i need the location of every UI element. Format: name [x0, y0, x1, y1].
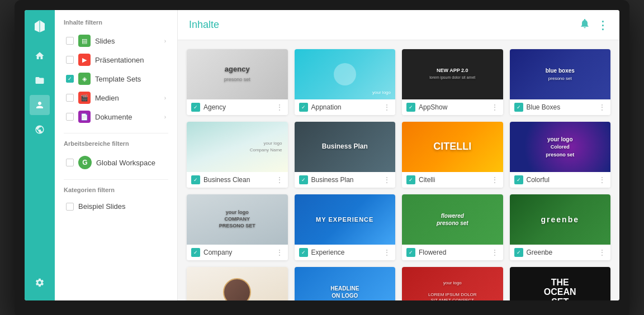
card-check-agency: ✓	[191, 103, 200, 112]
filter-item-dokumente[interactable]: 📄 Dokumente ›	[64, 107, 168, 126]
sidebar-nav	[30, 46, 50, 273]
sidebar-item-files[interactable]	[30, 70, 50, 90]
card-appshow[interactable]: NEW APP 2.0lorem ipsum dolor sit amet ✓ …	[402, 49, 503, 115]
card-naturally[interactable]: HEADLINEON LOGO ✓ Naturally ⋮	[295, 267, 396, 300]
card-businessplan[interactable]: Business Plan ✓ Business Plan ⋮	[295, 122, 396, 188]
thumb-nio: your logoLOREM IPSUM DOLORSIT AMET CONSE…	[402, 267, 503, 300]
card-greenbe[interactable]: greenbe ✓ Greenbe ⋮	[510, 194, 611, 260]
card-check-greenbe: ✓	[514, 248, 523, 257]
filter-icon-slides: ▤	[78, 35, 91, 47]
card-blueboxes[interactable]: blue boxespresono set ✓ Blue Boxes ⋮	[510, 49, 611, 115]
card-more-greenbe[interactable]: ⋮	[598, 248, 606, 257]
filter-checkbox-beispiel[interactable]	[66, 203, 74, 211]
card-more-experience[interactable]: ⋮	[383, 248, 391, 257]
card-footer-experience: ✓ Experience ⋮	[295, 245, 396, 260]
card-more-citelli[interactable]: ⋮	[491, 175, 499, 184]
card-name-flowered: Flowered	[419, 249, 491, 256]
card-more-appnation[interactable]: ⋮	[383, 103, 391, 112]
card-appnation[interactable]: your logo ✓ Appnation ⋮	[295, 49, 396, 115]
card-more-businessplan[interactable]: ⋮	[383, 175, 391, 184]
grid-container: agencypresono set ✓ Agency ⋮	[178, 40, 619, 300]
card-more-appshow[interactable]: ⋮	[491, 103, 499, 112]
sidebar-item-globe[interactable]	[30, 120, 50, 140]
card-check-businessclean: ✓	[191, 175, 200, 184]
card-check-experience: ✓	[299, 248, 308, 257]
card-check-appnation: ✓	[299, 103, 308, 112]
filter-checkbox-slides[interactable]	[66, 37, 74, 45]
filter-item-workspace[interactable]: G Global Workspace	[64, 152, 168, 173]
card-more-agency[interactable]: ⋮	[276, 103, 283, 112]
arbeits-filter-label: Arbeitsbereiche filtern	[64, 140, 168, 147]
card-check-flowered: ✓	[406, 248, 415, 257]
sidebar-bottom	[30, 273, 50, 293]
card-name-businessclean: Business Clean	[203, 176, 276, 184]
sidebar-item-home[interactable]	[30, 46, 50, 66]
card-name-greenbe: Greenbe	[527, 249, 599, 256]
card-footer-agency: ✓ Agency ⋮	[187, 99, 288, 115]
filter-item-template[interactable]: ✓ ◈ Template Sets	[64, 69, 168, 88]
filter-checkbox-dokumente[interactable]	[66, 113, 74, 121]
thumb-experience: MY EXPERIENCE	[295, 194, 396, 245]
card-businessclean[interactable]: your logoCompany Name ✓ Business Clean ⋮	[187, 122, 288, 188]
filter-checkbox-medien[interactable]	[66, 94, 74, 102]
card-company[interactable]: your logoCOMPANYPRESONO SET ✓ Company ⋮	[187, 194, 288, 260]
thumb-colorful: your logoColoredpresono set	[510, 122, 611, 172]
ocean-text: THEOCEANSET	[544, 278, 576, 300]
filter-divider-1	[64, 133, 168, 133]
card-footer-appshow: ✓ AppShow ⋮	[402, 99, 503, 115]
filter-label-medien: Medien	[95, 94, 164, 102]
filter-checkbox-prasentationen[interactable]	[66, 56, 74, 64]
card-check-company: ✓	[191, 248, 200, 257]
filter-panel: Inhalte filtern ▤ Slides › ▶ Präsentatio…	[55, 10, 178, 300]
thumb-naturally: HEADLINEON LOGO	[295, 267, 396, 300]
card-flowered[interactable]: floweredpresono set ✓ Flowered ⋮	[402, 194, 503, 260]
filter-checkbox-template[interactable]: ✓	[66, 75, 74, 83]
more-icon[interactable]: ⋮	[597, 18, 608, 32]
filter-label-template: Template Sets	[95, 75, 166, 83]
content-grid: agencypresono set ✓ Agency ⋮	[187, 49, 610, 300]
card-citelli[interactable]: CITELLI ✓ Citelli ⋮	[402, 122, 503, 188]
card-more-flowered[interactable]: ⋮	[491, 248, 499, 257]
filter-label-dokumente: Dokumente	[95, 113, 164, 121]
chevron-medien-icon: ›	[164, 95, 166, 101]
card-more-company[interactable]: ⋮	[276, 248, 283, 257]
sidebar-item-settings[interactable]	[30, 273, 50, 293]
filter-item-slides[interactable]: ▤ Slides ›	[64, 31, 168, 50]
filter-label-slides: Slides	[95, 37, 164, 45]
card-check-citelli: ✓	[406, 175, 415, 184]
card-more-blueboxes[interactable]: ⋮	[598, 103, 606, 112]
filter-item-medien[interactable]: 🎬 Medien ›	[64, 88, 168, 107]
main-content: Inhalte ⋮ agencypresono set	[178, 10, 619, 300]
card-name-experience: Experience	[311, 249, 383, 256]
card-name-appshow: AppShow	[419, 103, 491, 111]
screen: Inhalte filtern ▤ Slides › ▶ Präsentatio…	[25, 10, 619, 300]
thumb-greenbe: greenbe	[510, 194, 611, 245]
card-name-blueboxes: Blue Boxes	[527, 103, 599, 111]
card-name-company: Company	[203, 249, 276, 256]
chevron-slides-icon: ›	[164, 38, 166, 44]
filter-item-prasentationen[interactable]: ▶ Präsentationen	[64, 50, 168, 69]
card-more-colorful[interactable]: ⋮	[598, 175, 606, 184]
page-title: Inhalte	[189, 19, 219, 31]
filter-checkbox-workspace[interactable]	[66, 159, 74, 166]
filter-item-beispiel[interactable]: Beispiel Slides	[64, 199, 168, 214]
card-nio[interactable]: your logoLOREM IPSUM DOLORSIT AMET CONSE…	[402, 267, 503, 300]
thumb-businessplan: Business Plan	[295, 122, 396, 172]
card-name-businessplan: Business Plan	[311, 176, 383, 184]
card-experience[interactable]: MY EXPERIENCE ✓ Experience ⋮	[295, 194, 396, 260]
card-agency[interactable]: agencypresono set ✓ Agency ⋮	[187, 49, 288, 115]
sidebar-item-users[interactable]	[30, 95, 50, 115]
filter-icon-media: 🎬	[78, 92, 91, 104]
workspace-icon: G	[78, 156, 92, 169]
filter-icon-pres: ▶	[78, 54, 91, 66]
card-katu[interactable]: ✓ Katu ⋮	[187, 267, 288, 300]
card-colorful[interactable]: your logoColoredpresono set ✓ Colorful ⋮	[510, 122, 611, 188]
filter-divider-2	[64, 179, 168, 180]
card-ocean[interactable]: THEOCEANSET ✓ Ocean ⋮	[510, 267, 611, 300]
bell-icon[interactable]	[579, 18, 590, 32]
thumb-businessclean: your logoCompany Name	[187, 122, 288, 172]
filter-icon-template: ◈	[78, 73, 91, 85]
card-more-businessclean[interactable]: ⋮	[276, 175, 283, 184]
sidebar	[25, 10, 55, 300]
filter-label-pres: Präsentationen	[95, 56, 166, 64]
